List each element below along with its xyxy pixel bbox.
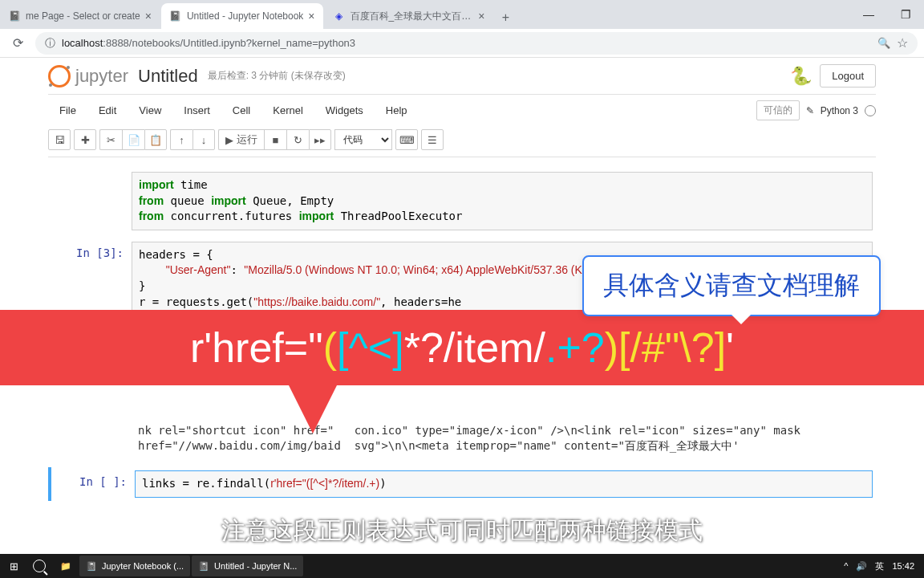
output-cell: nk rel="shortcut icon" href=" con.ico" t… (48, 415, 876, 462)
url-text: localhost:8888/notebooks/Untitled.ipynb?… (62, 37, 355, 49)
cell-prompt (51, 418, 132, 459)
start-button[interactable]: ⊞ (3, 556, 25, 576)
jupyter-brand: jupyter (75, 66, 128, 87)
clock[interactable]: 15:42 (892, 561, 914, 571)
close-icon[interactable]: × (308, 10, 314, 22)
kernel-status-icon (865, 105, 876, 116)
jupyter-logo[interactable]: jupyter (48, 65, 128, 88)
close-icon[interactable]: × (145, 10, 152, 22)
jupyter-icon (48, 65, 71, 88)
edit-icon[interactable]: ✎ (806, 105, 814, 116)
notebook-header: jupyter Untitled 最后检查: 3 分钟前 (未保存改变) 🐍 L… (48, 58, 876, 95)
tab-title: Untitled - Jupyter Notebook (187, 10, 303, 22)
logout-button[interactable]: Logout (820, 64, 876, 88)
maximize-button[interactable]: ❐ (887, 0, 924, 29)
taskbar-app[interactable]: 📓 Jupyter Notebook (... (79, 556, 190, 576)
code-cell[interactable]: import time from queue import Queue, Emp… (48, 169, 876, 234)
taskbar: ⊞ 📁 📓 Jupyter Notebook (... 📓 Untitled -… (0, 554, 924, 578)
cell-prompt: In [ ]: (55, 470, 135, 498)
regex-overlay: r'href="([^<]*?/item/.+?)[/#"\?]' (0, 310, 924, 385)
notebook-title[interactable]: Untitled (138, 66, 198, 87)
trusted-badge[interactable]: 可信的 (756, 100, 800, 120)
cell-input[interactable]: links = re.findall(r'href="([^<]*?/item/… (135, 470, 873, 498)
menu-help[interactable]: Help (375, 100, 419, 121)
keyboard-button[interactable]: ⌨ (395, 129, 418, 150)
browser-tab-active[interactable]: 📓 Untitled - Jupyter Notebook × (161, 3, 323, 29)
zoom-icon[interactable]: 🔍 (877, 37, 890, 49)
browser-tab[interactable]: 📓 me Page - Select or create × (0, 3, 160, 29)
cut-button[interactable]: ✂ (99, 129, 122, 150)
notebook-icon: 📓 (169, 10, 182, 22)
menu-kernel[interactable]: Kernel (261, 100, 314, 121)
save-button[interactable]: 🖫 (48, 129, 71, 150)
kernel-name[interactable]: Python 3 (821, 105, 858, 116)
info-icon[interactable]: ⓘ (45, 36, 55, 51)
run-button[interactable]: ▶ 运行 (218, 129, 264, 150)
restart-button[interactable]: ↻ (286, 129, 309, 150)
command-palette-button[interactable]: ☰ (421, 129, 444, 150)
cell-input[interactable]: import time from queue import Queue, Emp… (132, 172, 873, 230)
move-up-button[interactable]: ↑ (170, 129, 192, 150)
taskbar-app[interactable]: 📓 Untitled - Jupyter N... (192, 556, 303, 576)
menu-widgets[interactable]: Widgets (314, 100, 375, 121)
stop-button[interactable]: ■ (264, 129, 286, 150)
checkpoint-status: 最后检查: 3 分钟前 (未保存改变) (208, 69, 346, 83)
menu-cell[interactable]: Cell (221, 100, 261, 121)
cell-prompt (51, 172, 132, 230)
system-tray-up-icon[interactable]: ^ (844, 561, 848, 571)
ime-indicator[interactable]: 英 (875, 560, 884, 572)
paste-button[interactable]: 📋 (144, 129, 167, 150)
notebook-icon: 📓 (8, 10, 21, 22)
code-cell-selected[interactable]: In [ ]: links = re.findall(r'href="([^<]… (48, 467, 876, 501)
file-explorer-button[interactable]: 📁 (54, 556, 78, 576)
volume-icon[interactable]: 🔊 (856, 561, 867, 572)
copy-button[interactable]: 📄 (122, 129, 144, 150)
restart-run-button[interactable]: ▸▸ (309, 129, 331, 150)
bookmark-star-icon[interactable]: ☆ (897, 35, 908, 51)
minimize-button[interactable]: — (850, 0, 887, 29)
tab-title: me Page - Select or create (26, 10, 140, 22)
url-input[interactable]: ⓘ localhost:8888/notebooks/Untitled.ipyn… (35, 32, 918, 55)
python-icon: 🐍 (790, 66, 812, 87)
menu-file[interactable]: File (48, 100, 87, 121)
overlay-pointer (289, 385, 337, 434)
close-icon[interactable]: × (478, 10, 484, 22)
add-cell-button[interactable]: ✚ (74, 129, 96, 150)
new-tab-button[interactable]: + (495, 6, 517, 29)
menu-bar: File Edit View Insert Cell Kernel Widget… (48, 95, 876, 126)
video-subtitle: 注意这段正则表达式可同时匹配两种链接模式 (221, 515, 703, 547)
annotation-callout: 具体含义请查文档理解 (582, 255, 881, 316)
browser-tab[interactable]: ◈ 百度百科_全球最大中文百科全书 × (325, 3, 493, 29)
cell-type-select[interactable]: 代码 (334, 129, 392, 150)
toolbar: 🖫 ✚ ✂ 📄 📋 ↑ ↓ ▶ 运行 ■ ↻ ▸▸ 代码 ⌨ ☰ (48, 126, 876, 157)
search-button[interactable] (26, 556, 52, 576)
search-icon (33, 560, 46, 572)
baidu-icon: ◈ (333, 10, 346, 22)
menu-insert[interactable]: Insert (172, 100, 221, 121)
menu-view[interactable]: View (128, 100, 172, 121)
tab-title: 百度百科_全球最大中文百科全书 (351, 10, 474, 23)
menu-edit[interactable]: Edit (87, 100, 128, 121)
move-down-button[interactable]: ↓ (192, 129, 215, 150)
reload-button[interactable]: ⟳ (6, 32, 29, 55)
window-controls: — ❐ (850, 0, 924, 29)
address-bar: ⟳ ⓘ localhost:8888/notebooks/Untitled.ip… (0, 29, 924, 58)
cell-output: nk rel="shortcut icon" href=" con.ico" t… (132, 418, 873, 459)
browser-tab-strip: 📓 me Page - Select or create × 📓 Untitle… (0, 0, 924, 29)
